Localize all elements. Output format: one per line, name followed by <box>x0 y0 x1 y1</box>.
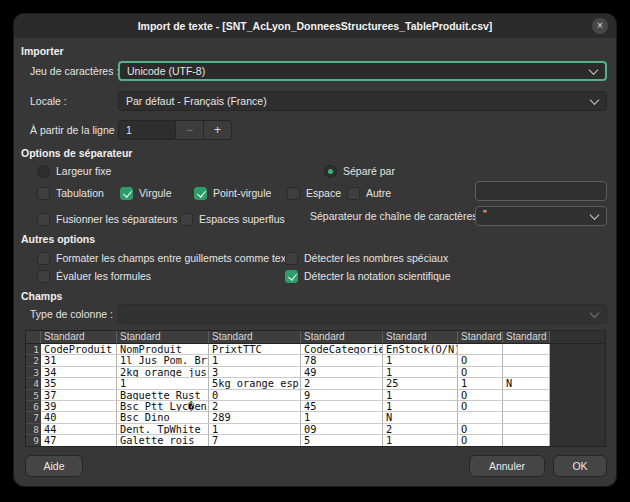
grid-cell[interactable]: O <box>458 424 503 435</box>
grid-cell[interactable]: 37 <box>41 390 117 401</box>
grid-row-number[interactable]: 1 <box>26 344 41 355</box>
grid-row-number[interactable]: 9 <box>26 435 41 446</box>
grid-cell[interactable]: 1 <box>383 435 458 446</box>
grid-cell[interactable]: NomProduit <box>117 344 209 355</box>
grid-cell[interactable]: 1 <box>301 412 383 423</box>
grid-cell[interactable]: 31 <box>41 355 117 366</box>
column-type-combobox[interactable] <box>118 304 607 324</box>
grid-cell[interactable]: 34 <box>41 367 117 378</box>
grid-cell[interactable]: 49 <box>301 367 383 378</box>
grid-cell[interactable]: O <box>458 401 503 412</box>
tab-checkbox[interactable]: Tabulation <box>37 186 104 200</box>
grid-cell[interactable] <box>503 355 550 366</box>
grid-column-header[interactable]: Standard <box>301 331 383 343</box>
string-delimiter-combobox[interactable]: " <box>475 206 607 226</box>
merge-delimiters-checkbox[interactable]: Fusionner les séparateurs <box>37 212 177 226</box>
decrement-button[interactable]: − <box>176 120 204 140</box>
grid-cell[interactable]: Baguette Rust <box>117 390 209 401</box>
grid-cell[interactable] <box>458 344 503 355</box>
grid-cell[interactable]: EnStock(O/N) <box>383 344 458 355</box>
grid-column-header[interactable]: Standard <box>117 331 209 343</box>
space-checkbox[interactable]: Espace <box>287 186 341 200</box>
grid-cell[interactable]: O <box>458 435 503 446</box>
grid-cell[interactable]: 5 <box>301 435 383 446</box>
grid-cell[interactable]: 2 <box>209 401 301 412</box>
grid-cell[interactable]: N <box>383 412 458 423</box>
other-separator-input[interactable] <box>475 181 607 201</box>
grid-cell[interactable] <box>503 401 550 412</box>
charset-combobox[interactable]: Unicode (UTF-8) <box>118 61 607 81</box>
grid-cell[interactable]: CodeProduit <box>41 344 117 355</box>
grid-cell[interactable]: 78 <box>301 355 383 366</box>
other-checkbox[interactable]: Autre <box>347 186 391 200</box>
grid-cell[interactable]: 25 <box>383 378 458 389</box>
grid-cell[interactable]: 1 <box>383 367 458 378</box>
grid-column-header[interactable]: Standard <box>458 331 503 343</box>
titlebar[interactable]: Import de texte - [SNT_AcLyon_DonneesStr… <box>14 14 616 38</box>
grid-cell[interactable]: O <box>458 355 503 366</box>
grid-cell[interactable]: 5kg orange esp <box>209 378 301 389</box>
grid-cell[interactable]: O <box>458 367 503 378</box>
grid-cell[interactable]: 2 <box>383 424 458 435</box>
grid-column-header[interactable]: Standard <box>41 331 117 343</box>
help-button[interactable]: Aide <box>25 455 83 477</box>
grid-cell[interactable] <box>503 367 550 378</box>
grid-cell[interactable]: N <box>503 378 550 389</box>
grid-cell[interactable]: Bsc Ptt Lyc�en <box>117 401 209 412</box>
grid-cell[interactable]: 39 <box>41 401 117 412</box>
grid-cell[interactable]: 1 <box>383 390 458 401</box>
grid-cell[interactable]: 2 <box>301 378 383 389</box>
grid-row-number[interactable]: 8 <box>26 424 41 435</box>
ok-button[interactable]: OK <box>553 455 607 477</box>
grid-cell[interactable] <box>458 412 503 423</box>
grid-cell[interactable]: 1 <box>383 401 458 412</box>
grid-cell[interactable]: Galette rois <box>117 435 209 446</box>
grid-row-number[interactable]: 7 <box>26 412 41 423</box>
grid-cell[interactable]: 44 <box>41 424 117 435</box>
separated-by-radio[interactable]: Séparé par <box>324 164 395 178</box>
grid-cell[interactable]: 2kg orange jus <box>117 367 209 378</box>
cancel-button[interactable]: Annuler <box>469 455 545 477</box>
grid-row-number[interactable]: 3 <box>26 367 41 378</box>
grid-cell[interactable] <box>503 424 550 435</box>
grid-cell[interactable]: 1 <box>383 355 458 366</box>
grid-cell[interactable]: 40 <box>41 412 117 423</box>
grid-column-header[interactable]: Standard <box>383 331 458 343</box>
locale-combobox[interactable]: Par défaut - Français (France) <box>118 91 607 111</box>
fixed-width-radio[interactable]: Largeur fixe <box>37 164 111 178</box>
grid-cell[interactable] <box>503 435 550 446</box>
comma-checkbox[interactable]: Virgule <box>120 186 172 200</box>
grid-cell[interactable]: 1 <box>209 355 301 366</box>
grid-cell[interactable]: Dent. TpWhite <box>117 424 209 435</box>
grid-cell[interactable]: 35 <box>41 378 117 389</box>
grid-cell[interactable]: PrixtTTC <box>209 344 301 355</box>
special-numbers-checkbox[interactable]: Détecter les nombres spéciaux <box>285 251 448 265</box>
trim-spaces-checkbox[interactable]: Espaces superflus <box>180 212 285 226</box>
quoted-as-text-checkbox[interactable]: Formater les champs entre guillemets com… <box>37 251 295 265</box>
grid-cell[interactable]: 1 <box>458 378 503 389</box>
grid-cell[interactable] <box>503 344 550 355</box>
grid-row-number[interactable]: 4 <box>26 378 41 389</box>
grid-cell[interactable]: O <box>458 390 503 401</box>
increment-button[interactable]: + <box>204 120 232 140</box>
csv-preview-grid[interactable]: StandardStandardStandardStandardStandard… <box>25 330 606 447</box>
from-row-input[interactable]: 1 <box>118 120 176 140</box>
grid-row-number[interactable]: 6 <box>26 401 41 412</box>
grid-cell[interactable]: 0 <box>209 390 301 401</box>
grid-column-header[interactable]: Standard <box>503 331 550 343</box>
grid-cell[interactable]: CodeCategorie <box>301 344 383 355</box>
grid-cell[interactable]: 9 <box>301 390 383 401</box>
grid-row-number[interactable]: 5 <box>26 390 41 401</box>
grid-cell[interactable]: 1 <box>209 424 301 435</box>
grid-cell[interactable]: 1 <box>117 378 209 389</box>
evaluate-formulas-checkbox[interactable]: Évaluer les formules <box>37 269 151 283</box>
grid-cell[interactable] <box>503 390 550 401</box>
grid-row-number[interactable]: 2 <box>26 355 41 366</box>
grid-cell[interactable]: Bsc Dino <box>117 412 209 423</box>
grid-column-header[interactable]: Standard <box>209 331 301 343</box>
semicolon-checkbox[interactable]: Point-virgule <box>194 186 271 200</box>
grid-cell[interactable]: 3 <box>209 367 301 378</box>
scientific-notation-checkbox[interactable]: Détecter la notation scientifique <box>285 269 451 283</box>
grid-cell[interactable]: 7 <box>209 435 301 446</box>
grid-cell[interactable]: 45 <box>301 401 383 412</box>
